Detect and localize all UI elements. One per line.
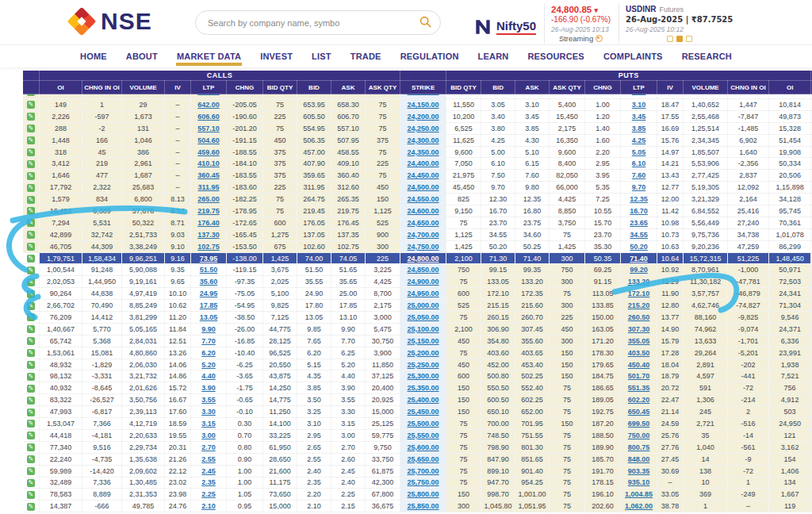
edit-icon[interactable] [27, 420, 35, 428]
puts-ltp[interactable]: 3.45 [621, 110, 657, 122]
calls-ltp[interactable]: 3.30 [191, 406, 227, 418]
calls-ltp[interactable]: 557.10 [191, 122, 227, 134]
puts-ltp[interactable]: 848.00 [621, 453, 657, 465]
strike-cell[interactable]: 24,300.00 [400, 134, 446, 146]
strike-cell[interactable]: 25,650.00 [400, 453, 446, 465]
calls-ltp[interactable]: 2.10 [191, 501, 227, 512]
puts-ltp[interactable]: 3.10 [621, 99, 657, 111]
edit-icon[interactable] [27, 148, 35, 156]
edit-icon[interactable] [27, 385, 35, 393]
puts-ltp[interactable]: 450.40 [621, 359, 657, 370]
calls-ltp[interactable]: 410.10 [191, 158, 227, 170]
strike-cell[interactable]: 24,650.00 [400, 217, 446, 228]
edit-icon[interactable] [27, 196, 35, 204]
edit-icon[interactable] [27, 479, 35, 487]
calls-ltp[interactable]: 3.55 [191, 394, 227, 406]
puts-ltp[interactable]: 307.30 [621, 323, 657, 335]
strike-cell[interactable]: 24,600.00 [400, 205, 446, 217]
usdinr-block[interactable]: USDINRFutures 26-Aug-2025 | ₹87.7525 26-… [619, 3, 741, 43]
puts-ltp[interactable]: 99.20 [621, 264, 657, 276]
edit-icon[interactable] [27, 302, 35, 310]
edit-icon[interactable] [27, 503, 35, 511]
nav-item-about[interactable]: ABOUT [125, 48, 159, 66]
calls-ltp[interactable]: 642.00 [191, 99, 227, 111]
pager-square[interactable] [667, 36, 673, 42]
edit-icon[interactable] [27, 207, 35, 215]
calls-ltp[interactable]: 5.20 [191, 359, 227, 370]
puts-ltp[interactable]: 9.70 [621, 182, 657, 194]
edit-icon[interactable] [27, 219, 35, 227]
strike-cell[interactable]: 24,200.00 [400, 110, 446, 122]
strike-cell[interactable]: 24,850.00 [400, 264, 446, 276]
puts-ltp[interactable]: 903.35 [621, 465, 657, 477]
edit-icon[interactable] [27, 231, 35, 239]
calls-ltp[interactable]: 9.90 [191, 323, 227, 335]
puts-ltp[interactable]: 215.20 [621, 300, 657, 312]
edit-icon[interactable] [27, 160, 35, 168]
puts-ltp[interactable]: 602.20 [621, 394, 657, 406]
strike-cell[interactable]: 24,550.00 [400, 194, 446, 205]
strike-cell[interactable]: 24,800.00 [400, 252, 446, 264]
nav-item-resources[interactable]: RESOURCES [527, 48, 584, 66]
strike-cell[interactable]: 25,100.00 [400, 323, 446, 335]
calls-ltp[interactable]: 3.15 [191, 418, 227, 430]
puts-ltp[interactable]: 6.10 [621, 158, 657, 170]
puts-ltp[interactable]: 3.85 [621, 122, 657, 134]
strike-cell[interactable]: 25,150.00 [400, 335, 446, 347]
strike-cell[interactable]: 25,250.00 [400, 359, 446, 370]
strike-cell[interactable]: 25,600.00 [400, 441, 446, 453]
strike-cell[interactable]: 24,400.00 [400, 158, 446, 170]
calls-ltp[interactable]: 2.70 [191, 441, 227, 453]
edit-icon[interactable] [27, 94, 35, 97]
edit-icon[interactable] [27, 278, 35, 286]
strike-cell[interactable]: 25,450.00 [400, 406, 446, 418]
puts-ltp[interactable]: 935.10 [621, 477, 657, 489]
pager-square-active[interactable] [676, 36, 683, 42]
nav-item-list[interactable]: LIST [311, 48, 332, 66]
edit-icon[interactable] [27, 101, 35, 109]
nav-item-research[interactable]: RESEARCH [681, 48, 733, 66]
search-input[interactable] [195, 10, 441, 35]
puts-ltp[interactable]: 16.70 [621, 205, 657, 217]
puts-ltp[interactable]: 551.35 [621, 382, 657, 394]
puts-ltp[interactable]: 12.35 [621, 194, 657, 205]
puts-ltp[interactable]: 403.50 [621, 347, 657, 359]
strike-cell[interactable]: 24,250.00 [400, 122, 446, 134]
edit-icon[interactable] [27, 432, 35, 439]
strike-cell[interactable]: 25,200.00 [400, 347, 446, 359]
edit-icon[interactable] [27, 443, 35, 451]
nav-item-home[interactable]: HOME [79, 48, 108, 66]
calls-ltp[interactable]: 606.60 [191, 110, 227, 122]
edit-icon[interactable] [27, 467, 35, 475]
strike-cell[interactable]: 24,350.00 [400, 146, 446, 158]
puts-ltp[interactable]: 355.05 [621, 335, 657, 347]
strike-cell[interactable]: 24,750.00 [400, 240, 446, 252]
strike-cell[interactable]: 24,450.00 [400, 170, 446, 182]
edit-icon[interactable] [27, 290, 35, 298]
nifty50-block[interactable]: Nifty50 [466, 3, 544, 43]
calls-ltp[interactable]: 265.00 [191, 194, 227, 205]
puts-ltp[interactable]: 23.65 [621, 217, 657, 228]
edit-icon[interactable] [27, 397, 35, 405]
calls-ltp[interactable]: 2.55 [191, 453, 227, 465]
edit-icon[interactable] [27, 455, 35, 463]
calls-ltp[interactable]: 176.40 [191, 217, 227, 228]
calls-ltp[interactable]: 51.50 [191, 264, 227, 276]
calls-ltp[interactable]: 17.85 [191, 300, 227, 312]
calls-ltp[interactable]: 3.00 [191, 429, 227, 441]
puts-ltp[interactable]: 650.45 [621, 406, 657, 418]
strike-cell[interactable]: 25,400.00 [400, 394, 446, 406]
puts-ltp[interactable]: 750.00 [621, 429, 657, 441]
calls-ltp[interactable]: 6.20 [191, 347, 227, 359]
calls-ltp[interactable]: 2.35 [191, 477, 227, 489]
calls-ltp[interactable]: 73.95 [191, 252, 227, 264]
puts-ltp[interactable]: 50.20 [621, 240, 657, 252]
strike-cell[interactable]: 25,800.00 [400, 489, 446, 501]
strike-cell[interactable]: 24,950.00 [400, 288, 446, 300]
strike-cell[interactable]: 25,000.00 [400, 300, 446, 312]
puts-ltp[interactable]: 34.55 [621, 228, 657, 240]
calls-ltp[interactable]: 13.05 [191, 312, 227, 324]
edit-icon[interactable] [27, 337, 35, 345]
nav-item-invest[interactable]: INVEST [259, 48, 293, 66]
calls-ltp[interactable]: 3.90 [191, 382, 227, 394]
